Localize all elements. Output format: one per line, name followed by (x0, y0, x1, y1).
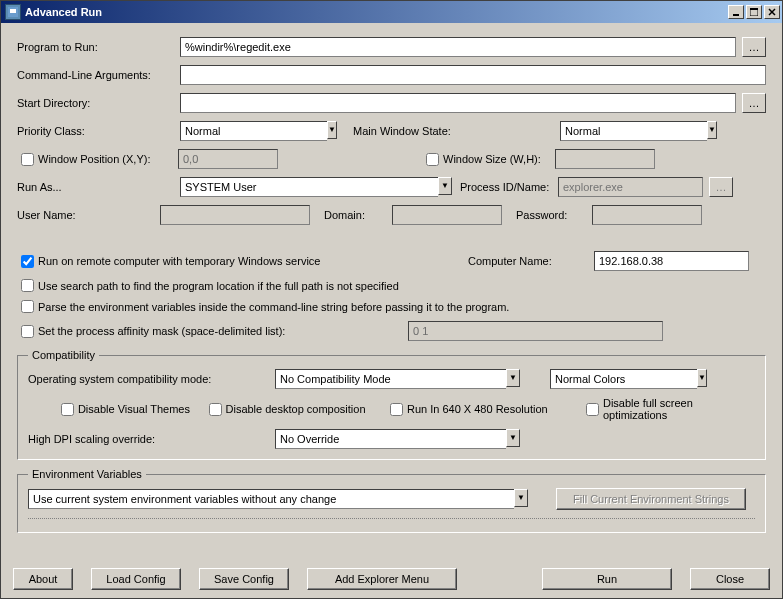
mainwin-select[interactable]: ▼ (560, 121, 715, 141)
disablefsopt-label: Disable full screen optimizations (603, 397, 755, 421)
addexplorer-button[interactable]: Add Explorer Menu (307, 568, 457, 590)
username-label: User Name: (17, 209, 160, 221)
hidpi-select[interactable]: ▼ (275, 429, 520, 449)
computername-label: Computer Name: (468, 255, 594, 267)
compat-legend: Compatibility (28, 349, 99, 361)
runremote-checkbox[interactable] (21, 255, 34, 268)
envvars-group: Environment Variables ▼ Fill Current Env… (17, 468, 766, 533)
chevron-down-icon: ▼ (707, 121, 717, 139)
chevron-down-icon: ▼ (327, 121, 337, 139)
domain-label: Domain: (324, 209, 392, 221)
program-input[interactable] (180, 37, 736, 57)
priority-label: Priority Class: (17, 125, 180, 137)
compatibility-group: Compatibility Operating system compatibi… (17, 349, 766, 460)
chevron-down-icon: ▼ (506, 429, 520, 447)
maximize-button[interactable] (746, 5, 762, 19)
winsize-label: Window Size (W,H): (443, 153, 555, 165)
usesearchpath-label: Use search path to find the program loca… (38, 280, 399, 292)
run-button[interactable]: Run (542, 568, 672, 590)
env-divider (28, 518, 755, 522)
setaffinity-label: Set the process affinity mask (space-del… (38, 325, 408, 337)
password-input (592, 205, 702, 225)
disablecomp-checkbox[interactable] (209, 403, 222, 416)
compatmode-select[interactable]: ▼ (275, 369, 520, 389)
runremote-label: Run on remote computer with temporary Wi… (38, 255, 468, 267)
svg-rect-4 (750, 8, 758, 10)
pidname-input (558, 177, 703, 197)
window: Advanced Run Program to Run: … Command-L… (0, 0, 783, 599)
winpos-checkbox[interactable] (21, 153, 34, 166)
runas-select[interactable]: ▼ (180, 177, 452, 197)
computername-input[interactable] (594, 251, 749, 271)
winsize-checkbox[interactable] (426, 153, 439, 166)
hidpi-label: High DPI scaling override: (28, 433, 275, 445)
parseenv-checkbox[interactable] (21, 300, 34, 313)
cmdline-input[interactable] (180, 65, 766, 85)
winpos-label: Window Position (X,Y): (38, 153, 178, 165)
disablethemes-label: Disable Visual Themes (78, 403, 209, 415)
pidname-browse-button: … (709, 177, 733, 197)
svg-rect-2 (733, 14, 739, 16)
chevron-down-icon: ▼ (697, 369, 707, 387)
minimize-button[interactable] (728, 5, 744, 19)
disablecomp-label: Disable desktop composition (226, 403, 390, 415)
username-input (160, 205, 310, 225)
svg-rect-1 (10, 9, 16, 13)
pidname-label: Process ID/Name: (460, 181, 558, 193)
run640-label: Run In 640 X 480 Resolution (407, 403, 586, 415)
close-button[interactable] (764, 5, 780, 19)
button-bar: About Load Config Save Config Add Explor… (1, 562, 782, 598)
startdir-input[interactable] (180, 93, 736, 113)
disablefsopt-checkbox[interactable] (586, 403, 599, 416)
colors-select[interactable]: ▼ (550, 369, 705, 389)
envmode-select[interactable]: ▼ (28, 489, 528, 509)
program-label: Program to Run: (17, 41, 180, 53)
titlebar: Advanced Run (1, 1, 782, 23)
env-legend: Environment Variables (28, 468, 146, 480)
about-button[interactable]: About (13, 568, 73, 590)
parseenv-label: Parse the environment variables inside t… (38, 301, 509, 313)
loadconfig-button[interactable]: Load Config (91, 568, 181, 590)
cmdline-label: Command-Line Arguments: (17, 69, 180, 81)
program-browse-button[interactable]: … (742, 37, 766, 57)
startdir-label: Start Directory: (17, 97, 180, 109)
chevron-down-icon: ▼ (506, 369, 520, 387)
domain-input (392, 205, 502, 225)
runas-label: Run As... (17, 181, 180, 193)
password-label: Password: (516, 209, 592, 221)
chevron-down-icon: ▼ (438, 177, 452, 195)
app-icon (5, 4, 21, 20)
priority-select[interactable]: ▼ (180, 121, 315, 141)
usesearchpath-checkbox[interactable] (21, 279, 34, 292)
fillenv-button: Fill Current Environment Strings (556, 488, 746, 510)
content: Program to Run: … Command-Line Arguments… (1, 23, 782, 562)
winsize-input (555, 149, 655, 169)
disablethemes-checkbox[interactable] (61, 403, 74, 416)
saveconfig-button[interactable]: Save Config (199, 568, 289, 590)
run640-checkbox[interactable] (390, 403, 403, 416)
mainwin-label: Main Window State: (353, 125, 468, 137)
osmode-label: Operating system compatibility mode: (28, 373, 275, 385)
close-app-button[interactable]: Close (690, 568, 770, 590)
setaffinity-checkbox[interactable] (21, 325, 34, 338)
affinity-input (408, 321, 663, 341)
startdir-browse-button[interactable]: … (742, 93, 766, 113)
chevron-down-icon: ▼ (514, 489, 528, 507)
window-title: Advanced Run (25, 6, 728, 18)
winpos-input (178, 149, 278, 169)
